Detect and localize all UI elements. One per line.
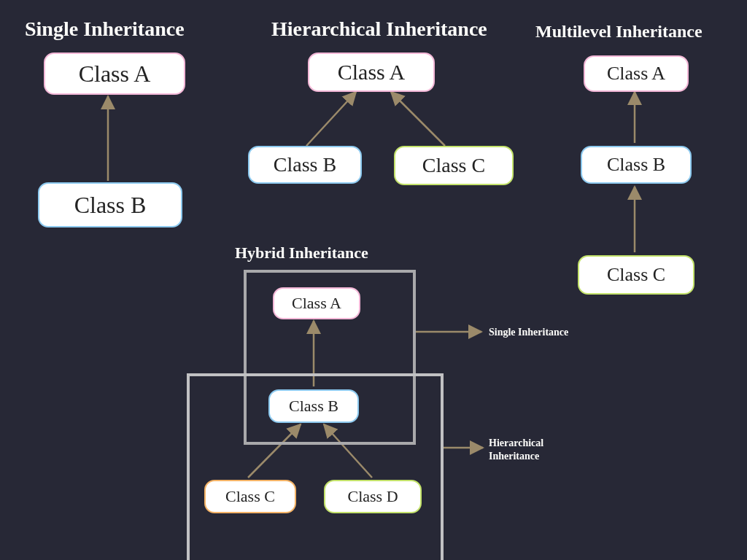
hybrid-class-b: Class B bbox=[268, 389, 359, 423]
hybrid-class-d: Class D bbox=[324, 480, 422, 513]
inheritance-diagram: Single Inheritance Class A Class B Hiera… bbox=[0, 0, 747, 560]
svg-line-2 bbox=[391, 92, 445, 146]
hybrid-class-c: Class C bbox=[204, 480, 296, 513]
multi-class-a: Class A bbox=[584, 55, 689, 92]
hybrid-title: Hybrid Inheritance bbox=[235, 244, 368, 262]
multi-class-c: Class C bbox=[578, 255, 694, 295]
multilevel-title: Multilevel Inheritance bbox=[535, 22, 703, 42]
multi-class-b: Class B bbox=[581, 146, 692, 184]
hybrid-hier-label-2: Inheritance bbox=[489, 451, 539, 462]
svg-line-1 bbox=[306, 92, 356, 146]
hierarchical-title: Hierarchical Inheritance bbox=[271, 18, 487, 41]
hybrid-single-label: Single Inheritance bbox=[489, 327, 568, 338]
single-class-a: Class A bbox=[44, 52, 185, 95]
hier-class-a: Class A bbox=[308, 52, 435, 92]
hybrid-class-a: Class A bbox=[273, 287, 360, 319]
single-title: Single Inheritance bbox=[25, 18, 185, 41]
single-class-b: Class B bbox=[38, 182, 182, 228]
hier-class-b: Class B bbox=[248, 146, 362, 184]
hier-class-c: Class C bbox=[394, 146, 514, 185]
hybrid-hier-label-1: Hierarchical bbox=[489, 438, 543, 449]
